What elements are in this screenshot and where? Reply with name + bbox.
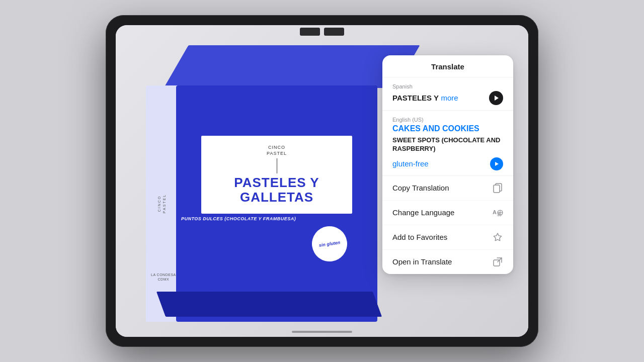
source-text: PASTELES Y	[392, 94, 439, 102]
source-more-link[interactable]: more	[441, 94, 458, 102]
ipad-frame: CINCO PASTEL LA CONDESA CDMX CINCO PASTE	[106, 15, 538, 347]
play-triangle-blue-icon	[495, 162, 499, 166]
la-condesa-text: LA CONDESA CDMX	[151, 273, 176, 282]
open-in-translate-action[interactable]: Open in Translate	[382, 250, 513, 274]
box-side-face: CINCO PASTEL LA CONDESA CDMX	[146, 85, 179, 322]
star-icon	[492, 232, 503, 243]
external-link-icon	[492, 256, 503, 267]
translation-main-text: CAKES AND COOKIES	[392, 124, 503, 133]
ipad-screen: CINCO PASTEL LA CONDESA CDMX CINCO PASTE	[116, 25, 528, 337]
svg-rect-1	[494, 185, 500, 193]
change-language-action[interactable]: Change Language A あ	[382, 201, 513, 225]
add-to-favorites-label: Add to Favorites	[392, 233, 447, 241]
box-bottom-face	[156, 292, 382, 317]
scene: CINCO PASTEL LA CONDESA CDMX CINCO PASTE	[116, 25, 528, 337]
gluten-row: gluten-free	[392, 157, 503, 170]
gluten-play-button[interactable]	[490, 157, 503, 170]
top-bar	[300, 28, 344, 36]
box-side-text: CINCO PASTEL	[157, 194, 167, 213]
change-language-label: Change Language	[392, 208, 454, 217]
source-row: PASTELES Y more	[392, 91, 503, 105]
translate-body: Spanish PASTELES Y more	[382, 77, 513, 274]
cinco-pastel-label: CINCO PASTEL	[211, 145, 342, 156]
add-to-favorites-action[interactable]: Add to Favorites	[382, 225, 513, 250]
source-section: Spanish PASTELES Y more	[382, 77, 513, 111]
product-title: PASTELES Y GALLETAS	[211, 175, 342, 204]
copy-translation-label: Copy Translation	[392, 184, 449, 192]
translation-section: English (US) CAKES AND COOKIES SWEET SPO…	[382, 111, 513, 176]
sin-gluten-badge: sin gluten	[309, 224, 349, 263]
open-in-translate-label: Open in Translate	[392, 257, 452, 266]
copy-translation-action[interactable]: Copy Translation	[382, 176, 513, 201]
translate-icon: A あ	[492, 207, 503, 218]
source-lang-label: Spanish	[392, 83, 503, 89]
box-top-face	[164, 45, 420, 88]
translate-popup: Translate Spanish PASTELES Y more	[382, 55, 513, 274]
target-lang-label: English (US)	[392, 117, 503, 123]
source-play-button[interactable]	[489, 91, 503, 105]
box-front-face: CINCO PASTEL PASTELES Y GALLETAS PUNTOS …	[176, 85, 377, 322]
gluten-text: gluten-free	[392, 159, 429, 168]
play-triangle-icon	[495, 96, 499, 101]
translate-header: Translate	[382, 55, 513, 77]
home-indicator	[292, 331, 352, 333]
puntos-dulces-text: PUNTOS DULCES (CHOCOLATE Y FRAMBUESA)	[181, 216, 296, 221]
translate-title: Translate	[392, 62, 503, 71]
copy-icon	[492, 183, 503, 194]
translation-secondary-text: SWEET SPOTS (CHOCOLATE AND RASPBERRY)	[392, 136, 503, 153]
product-label: CINCO PASTEL PASTELES Y GALLETAS	[201, 136, 352, 214]
source-text-container: PASTELES Y more	[392, 94, 458, 103]
svg-text:A: A	[493, 209, 497, 215]
